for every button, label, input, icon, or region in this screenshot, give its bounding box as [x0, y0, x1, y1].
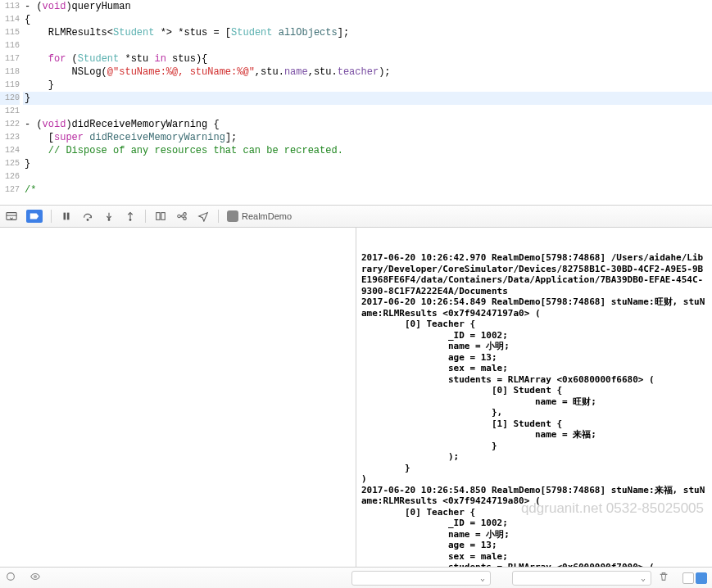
line-gutter: 1131141151161171181191201211221231241251…	[0, 0, 23, 205]
line-number: 121	[0, 105, 20, 118]
svg-point-9	[184, 213, 187, 216]
chevron-down-icon: ⌄	[480, 573, 485, 583]
console-toggle-icon[interactable]	[5, 210, 18, 223]
debug-view-icon[interactable]	[154, 210, 167, 223]
console-line: name = 小明;	[361, 341, 707, 352]
line-number: 127	[0, 183, 20, 197]
svg-point-3	[87, 219, 88, 221]
left-pane-toggle-icon[interactable]	[683, 572, 694, 584]
line-number: 126	[0, 170, 20, 183]
line-number: 113	[0, 0, 20, 13]
console-line: [0] Teacher {	[361, 507, 707, 518]
quicklook-icon[interactable]	[29, 571, 41, 586]
memory-graph-icon[interactable]	[175, 210, 188, 223]
console-line: name = 旺财;	[361, 396, 707, 408]
line-number: 123	[0, 131, 20, 144]
svg-point-12	[34, 575, 37, 577]
separator	[51, 210, 52, 223]
code-line[interactable]: /*	[23, 183, 712, 197]
console-line: }	[361, 463, 707, 474]
console-line: },	[361, 407, 707, 418]
console-line: _ID = 1002;	[361, 518, 707, 529]
breadcrumb-label: RealmDemo	[242, 211, 292, 221]
code-editor[interactable]: 1131141151161171181191201211221231241251…	[0, 0, 712, 205]
debug-bottom-bar: ⌄ ⌄	[0, 567, 712, 588]
svg-point-11	[7, 572, 15, 580]
line-number: 117	[0, 52, 20, 66]
debug-area: 2017-06-20 10:26:42.970 RealmDemo[5798:7…	[0, 228, 712, 567]
svg-rect-2	[67, 213, 70, 220]
console-line: 2017-06-20 10:26:54.850 RealmDemo[5798:7…	[361, 485, 707, 507]
console-line: age = 13;	[361, 540, 707, 551]
code-line[interactable]: for (Student *stu in stus){	[23, 52, 712, 66]
breakpoint-icon[interactable]	[26, 210, 43, 223]
console-line: [0] Student {	[361, 385, 707, 396]
app-icon	[227, 210, 238, 222]
code-line[interactable]: - (void)queryHuman	[23, 0, 712, 13]
variables-filter-dropdown[interactable]: ⌄	[351, 571, 491, 586]
console-filter-dropdown[interactable]: ⌄	[512, 571, 651, 586]
code-line[interactable]	[23, 39, 712, 52]
console-output[interactable]: 2017-06-20 10:26:42.970 RealmDemo[5798:7…	[356, 228, 712, 567]
debug-toolbar: RealmDemo	[0, 205, 712, 228]
code-line[interactable]: - (void)didReceiveMemoryWarning {	[23, 118, 712, 131]
code-body[interactable]: - (void)queryHuman{ RLMResults<Student *…	[23, 0, 712, 205]
code-line[interactable]: }	[23, 92, 712, 105]
pane-toggle[interactable]	[683, 572, 707, 584]
breadcrumb[interactable]: RealmDemo	[227, 210, 292, 222]
chevron-down-icon: ⌄	[641, 573, 646, 583]
svg-point-8	[178, 215, 181, 218]
console-line: }	[361, 441, 707, 452]
code-line[interactable]	[23, 105, 712, 118]
svg-rect-7	[161, 213, 165, 220]
line-number: 114	[0, 13, 20, 26]
svg-rect-6	[156, 213, 160, 220]
console-line: [0] Teacher {	[361, 319, 707, 330]
code-line[interactable]: {	[23, 13, 712, 26]
console-line: sex = male;	[361, 363, 707, 374]
trash-icon[interactable]	[658, 571, 669, 586]
console-line: 2017-06-20 10:26:42.970 RealmDemo[5798:7…	[361, 252, 707, 296]
variables-pane[interactable]	[0, 228, 356, 567]
line-number: 116	[0, 39, 20, 52]
console-line: _ID = 1002;	[361, 330, 707, 341]
step-into-icon[interactable]	[102, 210, 116, 223]
console-line: [1] Student {	[361, 418, 707, 430]
separator	[218, 210, 219, 223]
svg-rect-1	[64, 213, 66, 220]
line-number: 124	[0, 144, 20, 157]
line-number: 118	[0, 66, 20, 79]
console-line: students = RLMArray <0x6000000f7000> (	[361, 562, 707, 567]
code-line[interactable]: RLMResults<Student *> *stus = [Student a…	[23, 26, 712, 39]
code-line[interactable]: [super didReceiveMemoryWarning];	[23, 131, 712, 144]
step-out-icon[interactable]	[124, 210, 137, 223]
console-line: );	[361, 451, 707, 463]
svg-point-4	[108, 219, 110, 221]
console-line: sex = male;	[361, 551, 707, 563]
line-number: 119	[0, 79, 20, 92]
auto-icon[interactable]	[5, 571, 16, 586]
line-number: 115	[0, 26, 20, 39]
step-over-icon[interactable]	[81, 210, 94, 223]
pause-icon[interactable]	[60, 210, 73, 223]
console-line: )	[361, 473, 707, 485]
code-line[interactable]: }	[23, 157, 712, 170]
code-line[interactable]: NSLog(@"stuName:%@, stuName:%@",stu.name…	[23, 66, 712, 79]
code-line[interactable]: // Dispose of any resources that can be …	[23, 144, 712, 157]
code-line[interactable]: }	[23, 79, 712, 92]
line-number: 125	[0, 157, 20, 170]
right-pane-toggle-icon[interactable]	[696, 572, 707, 584]
line-number: 120	[0, 92, 20, 105]
code-line[interactable]	[23, 170, 712, 183]
svg-point-10	[184, 217, 187, 220]
console-line: age = 13;	[361, 352, 707, 364]
console-line: 2017-06-20 10:26:54.849 RealmDemo[5798:7…	[361, 296, 707, 319]
location-icon[interactable]	[197, 210, 210, 223]
svg-point-5	[129, 219, 131, 221]
console-line: name = 来福;	[361, 429, 707, 441]
line-number: 122	[0, 118, 20, 131]
console-line: name = 小明;	[361, 529, 707, 541]
separator	[145, 210, 146, 223]
console-line: students = RLMArray <0x6080000f6680> (	[361, 374, 707, 386]
